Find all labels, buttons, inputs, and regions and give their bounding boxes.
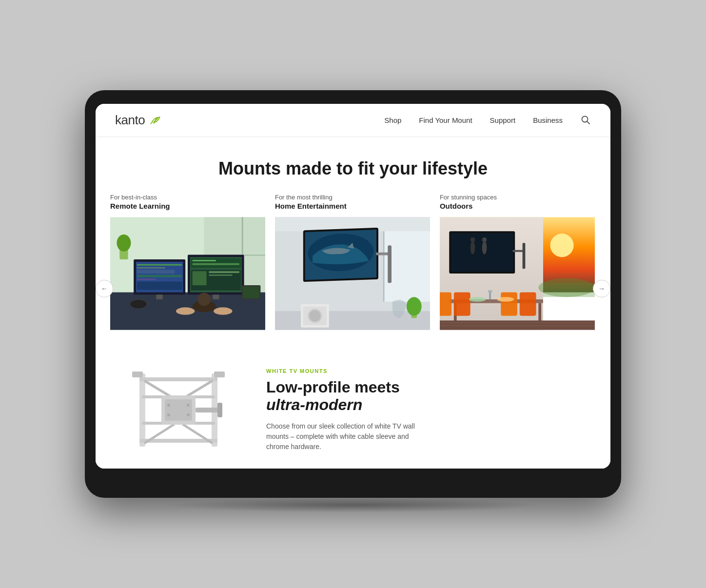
nav-shop[interactable]: Shop (384, 116, 401, 124)
card-title-home-ent: Home Entertainment (275, 202, 430, 210)
carousel-prev-button[interactable]: ← (96, 280, 113, 297)
tablet-screen: kanto Shop Find Your Mount Support Busin… (96, 104, 610, 469)
svg-rect-65 (538, 303, 541, 322)
svg-rect-27 (213, 294, 219, 299)
svg-rect-76 (440, 325, 595, 326)
lifestyle-section: For best-in-class Remote Learning (96, 194, 610, 347)
svg-rect-90 (165, 399, 192, 421)
svg-rect-25 (209, 271, 239, 273)
svg-point-95 (167, 413, 170, 416)
svg-point-62 (482, 237, 487, 242)
lifestyle-card-remote-learning[interactable]: For best-in-class Remote Learning (110, 194, 265, 332)
card-subtitle-remote: For best-in-class (110, 194, 265, 201)
svg-rect-67 (454, 293, 471, 316)
search-icon (581, 115, 590, 125)
svg-rect-66 (440, 293, 451, 316)
tv-mount-copy: WHITE TV MOUNTS Low-profile meets ultra-… (266, 368, 596, 451)
tv-mount-image-container (110, 366, 247, 454)
svg-rect-68 (501, 293, 517, 316)
svg-point-93 (167, 404, 170, 407)
svg-point-60 (471, 237, 475, 242)
svg-point-32 (214, 307, 233, 314)
svg-point-61 (482, 241, 487, 255)
card-image-home-ent (275, 215, 430, 332)
tablet-shadow (165, 498, 541, 512)
tv-mount-heading-line2: ultra-modern (266, 396, 362, 413)
remote-learning-illustration (110, 215, 265, 332)
hero-heading: Mounts made to fit your lifestyle (96, 137, 610, 194)
svg-rect-79 (139, 373, 145, 447)
card-subtitle-outdoors: For stunning spaces (440, 194, 595, 201)
nav-find-your-mount[interactable]: Find Your Mount (419, 116, 472, 124)
svg-point-59 (471, 241, 475, 255)
svg-point-71 (497, 297, 514, 302)
tv-mount-heading: Low-profile meets ultra-modern (266, 379, 596, 413)
svg-rect-81 (139, 377, 217, 381)
svg-rect-92 (217, 403, 222, 417)
svg-rect-75 (440, 322, 595, 323)
card-title-outdoors: Outdoors (440, 202, 595, 210)
svg-point-52 (550, 234, 573, 257)
svg-rect-98 (214, 372, 225, 377)
svg-point-31 (176, 307, 195, 314)
white-tv-section: WHITE TV MOUNTS Low-profile meets ultra-… (96, 347, 610, 469)
svg-rect-14 (137, 275, 182, 277)
logo[interactable]: kanto (115, 113, 161, 128)
card-subtitle-home-ent: For the most thrilling (275, 194, 430, 201)
svg-rect-39 (275, 311, 430, 330)
card-title-remote: Remote Learning (110, 202, 265, 210)
svg-rect-16 (137, 281, 182, 290)
site-header: kanto Shop Find Your Mount Support Busin… (96, 104, 610, 137)
svg-point-48 (309, 310, 320, 321)
svg-point-28 (130, 299, 147, 309)
svg-rect-69 (520, 293, 536, 316)
svg-rect-58 (522, 243, 525, 269)
svg-rect-56 (451, 233, 513, 272)
svg-rect-11 (137, 264, 182, 266)
svg-point-96 (187, 413, 190, 416)
svg-rect-13 (137, 270, 175, 274)
tv-mount-label: WHITE TV MOUNTS (266, 368, 596, 374)
svg-rect-91 (196, 408, 220, 412)
lifestyle-cards-container: For best-in-class Remote Learning (110, 194, 596, 332)
tv-mount-illustration (125, 369, 232, 451)
carousel-next-button[interactable]: → (593, 280, 610, 297)
svg-point-73 (488, 290, 492, 293)
svg-point-70 (469, 297, 486, 302)
svg-rect-97 (132, 372, 143, 377)
card-image-outdoors (440, 215, 595, 332)
svg-rect-12 (137, 267, 165, 268)
svg-point-7 (117, 235, 131, 252)
tablet-frame: kanto Shop Find Your Mount Support Busin… (85, 90, 621, 498)
svg-rect-17 (156, 294, 162, 299)
svg-rect-44 (388, 245, 392, 283)
svg-rect-15 (137, 279, 156, 280)
lifestyle-card-home-ent[interactable]: For the most thrilling Home Entertainmen… (275, 194, 430, 332)
logo-leaf-icon (148, 115, 161, 126)
svg-rect-34 (243, 286, 260, 298)
lifestyle-card-outdoors[interactable]: For stunning spaces Outdoors (440, 194, 595, 332)
outdoors-illustration (440, 215, 595, 332)
main-content: Mounts made to fit your lifestyle For be… (96, 137, 610, 469)
svg-rect-22 (193, 263, 239, 265)
svg-point-30 (197, 293, 211, 306)
search-button[interactable] (580, 115, 591, 126)
svg-point-94 (187, 404, 190, 407)
tv-mount-heading-line1: Low-profile meets (266, 378, 400, 396)
svg-rect-72 (489, 293, 491, 299)
svg-rect-26 (209, 274, 232, 276)
nav-business[interactable]: Business (533, 116, 563, 124)
tv-mount-description: Choose from our sleek collection of whit… (266, 421, 432, 452)
home-ent-illustration (275, 215, 430, 332)
svg-rect-21 (193, 260, 216, 261)
nav-support[interactable]: Support (490, 116, 516, 124)
svg-rect-78 (543, 283, 595, 297)
card-image-remote (110, 215, 265, 332)
main-nav: Shop Find Your Mount Support Business (384, 115, 591, 126)
svg-rect-24 (193, 271, 207, 285)
svg-point-50 (407, 297, 422, 316)
logo-text: kanto (115, 113, 145, 128)
